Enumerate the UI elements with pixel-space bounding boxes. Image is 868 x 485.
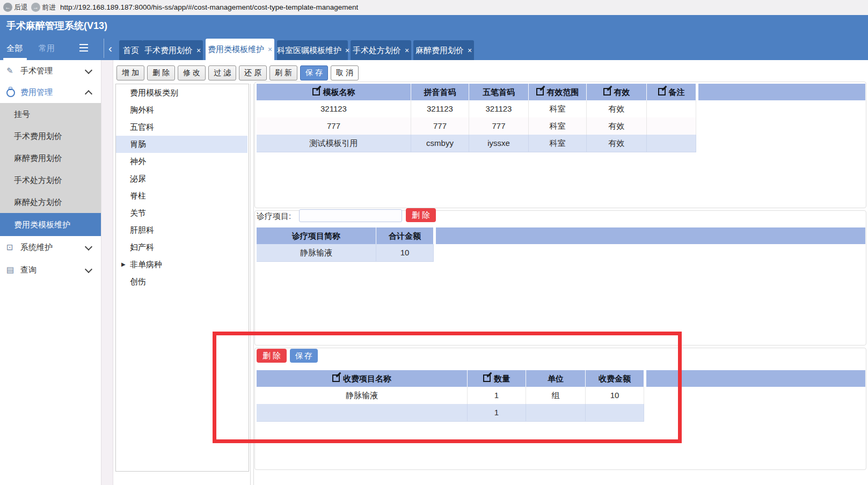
cell-treatment-abbr[interactable]: 静脉输液 [257,244,376,262]
col-header-remark[interactable]: 备注 [647,84,696,100]
sidebar-item-surgery-management[interactable]: ✎ 手术管理 [0,60,101,82]
category-item[interactable]: 创伤 [116,273,247,290]
col-header-valid-scope[interactable]: 有效范围 [529,84,587,100]
sidebar-item-surgery-rx-pricing[interactable]: 手术处方划价 [0,169,101,191]
category-label: 妇产科 [130,242,154,252]
category-item[interactable]: 神外 [116,153,247,170]
category-item-root[interactable]: 费用模板类别 [116,84,247,101]
cell-template-name[interactable]: 测试模板引用 [257,135,411,152]
add-button[interactable]: 增加 [116,65,144,80]
treatment-table-header: 诊疗项目简称 合计金额 [257,227,433,244]
cell-scope[interactable]: 科室 [529,100,587,118]
category-item[interactable]: 关节 [116,204,247,222]
forward-button[interactable]: 前进 [42,0,56,15]
close-icon[interactable]: × [468,46,472,55]
cell-valid[interactable]: 有效 [587,100,647,118]
tab-cost-type-template[interactable]: 费用类模板维护× [206,39,274,60]
sidebar-item-surgery-cost-pricing[interactable]: 手术费用划价 [0,125,101,147]
sidebar-item-label: 麻醉费用划价 [14,147,62,169]
close-icon[interactable]: × [345,46,349,55]
back-icon[interactable]: ← [3,3,12,12]
sidebar-item-anesthesia-cost-pricing[interactable]: 麻醉费用划价 [0,147,101,169]
edit-icon [312,88,320,95]
category-item[interactable]: 五官科 [116,119,247,136]
cell-template-name[interactable]: 321123 [257,100,411,118]
sidebar-item-registration[interactable]: 挂号 [0,103,101,125]
refresh-button[interactable]: 刷新 [269,65,297,80]
chevron-down-icon [85,67,92,74]
tab-dept-order-template[interactable]: 科室医嘱模板维护× [277,40,348,60]
col-label: 有效范围 [547,87,579,97]
table-row[interactable]: 321123 321123 321123 科室 有效 [257,100,696,117]
delete-button[interactable]: 删除 [147,65,175,80]
sidebar-tab-all[interactable]: 全部 [6,36,23,60]
cell-pinyin[interactable]: 321123 [411,100,469,118]
category-item[interactable]: 妇产科 [116,239,247,256]
tab-scroll-left-icon[interactable]: ‹ [108,36,112,60]
col-header-pinyin-code[interactable]: 拼音首码 [411,84,469,100]
filter-button[interactable]: 过滤 [208,65,236,80]
col-header-template-name[interactable]: 模板名称 [257,84,411,100]
sidebar-tab-common[interactable]: 常用 [39,36,55,60]
category-item[interactable]: 胸外科 [116,101,247,119]
sidebar-item-cost-type-template[interactable]: 费用类模板维护 [0,213,101,236]
close-icon[interactable]: × [268,45,272,54]
sidebar-scroll-gutter[interactable] [101,60,113,485]
cell-pinyin[interactable]: csmbyy [411,135,469,152]
sidebar-item-label: 手术费用划价 [14,125,62,147]
save-button[interactable]: 保存 [300,65,328,80]
cell-remark[interactable] [647,117,696,135]
col-header-total-amount[interactable]: 合计金额 [376,227,433,244]
cell-scope[interactable]: 科室 [529,135,587,152]
expand-triangle-icon[interactable]: ▶ [121,256,126,273]
forward-icon[interactable]: → [31,3,40,12]
close-icon[interactable]: × [196,46,201,55]
category-item[interactable]: 脊柱 [116,187,247,204]
menu-collapse-icon[interactable] [79,44,88,45]
category-item-selected[interactable]: 胃肠 [116,136,247,153]
treatment-item-input[interactable] [299,209,402,222]
cell-valid[interactable]: 有效 [587,117,647,135]
cell-remark[interactable] [647,100,696,118]
col-label: 备注 [669,87,685,97]
template-table-header: 模板名称 拼音首码 五笔首码 有效范围 有效 备注 [257,84,696,100]
close-icon[interactable]: × [405,46,409,55]
restore-button[interactable]: 还原 [239,65,267,80]
browser-bar: ← 后退 → 前进 http://192.168.189.187:8000/hi… [0,0,868,16]
tab-anesthesia-cost-pricing[interactable]: 麻醉费用划价× [413,40,474,60]
cell-template-name[interactable]: 777 [257,117,411,135]
address-url[interactable]: http://192.168.189.187:8000/his-ss/app/#… [60,0,358,15]
cell-pinyin[interactable]: 777 [411,117,469,135]
cell-remark[interactable] [647,135,696,152]
sidebar-item-anesthesia-rx-pricing[interactable]: 麻醉处方划价 [0,191,101,213]
tab-home[interactable]: 首页 [119,40,143,60]
col-header-treatment-abbr[interactable]: 诊疗项目简称 [257,227,376,244]
table-row[interactable]: 777 777 777 科室 有效 [257,117,696,135]
cell-wubi[interactable]: 321123 [469,100,529,118]
cell-total-amount[interactable]: 10 [376,244,434,262]
table-row-selected[interactable]: 测试模板引用 csmbyy iyssxe 科室 有效 [257,135,696,152]
category-label: 神外 [130,157,146,166]
treatment-delete-button[interactable]: 删除 [406,208,436,222]
table-row-selected[interactable]: 静脉输液 10 [257,244,433,261]
category-item[interactable]: 泌尿 [116,170,247,187]
sidebar-item-cost-management[interactable]: 费用管理 [0,82,101,103]
col-label: 合计金额 [389,231,421,240]
cancel-button[interactable]: 取消 [331,65,359,80]
cell-wubi[interactable]: 777 [469,117,529,135]
sidebar-item-system-maintenance[interactable]: ⊡ 系统维护 [0,236,101,259]
tab-surgery-rx-pricing[interactable]: 手术处方划价× [351,40,411,60]
modify-button[interactable]: 修改 [178,65,206,80]
cell-wubi[interactable]: iyssxe [469,135,529,152]
tab-surgery-cost-pricing[interactable]: 手术费用划价× [142,40,203,60]
category-item-expandable[interactable]: ▶ 非单病种 [116,256,247,273]
col-header-valid[interactable]: 有效 [587,84,647,100]
tab-label: 手术处方划价 [353,46,401,55]
cell-valid[interactable]: 有效 [587,135,647,152]
sidebar-item-query[interactable]: ▤ 查询 [0,259,101,281]
category-item[interactable]: 肝胆科 [116,222,247,239]
cell-scope[interactable]: 科室 [529,117,587,135]
col-header-wubi-code[interactable]: 五笔首码 [469,84,529,100]
header-filler [698,84,865,100]
back-button[interactable]: 后退 [14,0,28,15]
